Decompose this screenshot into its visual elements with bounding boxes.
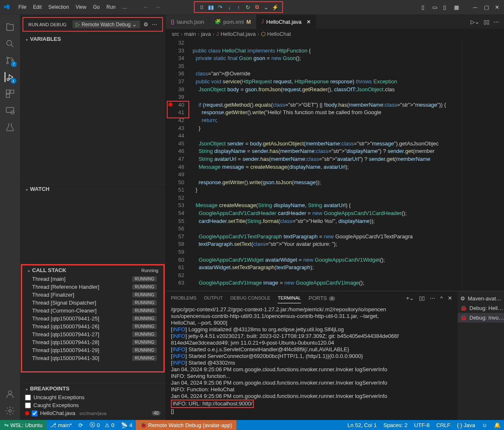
thread-row[interactable]: Thread [Common-Cleaner]RUNNING <box>22 307 163 315</box>
nav-forward-icon[interactable]: → <box>155 4 160 10</box>
tab-ports[interactable]: PORTS4 <box>308 292 335 304</box>
tab-output[interactable]: OUTPUT <box>204 293 223 303</box>
thread-row[interactable]: Thread [qtp1500079441-25]RUNNING <box>22 315 163 322</box>
sync-icon[interactable]: ⟳ <box>75 422 86 428</box>
tab-debug-console[interactable]: DEBUG CONSOLE <box>230 293 270 303</box>
bp-caught[interactable]: Caught Exceptions <box>20 401 165 409</box>
close-icon[interactable]: ✕ <box>495 4 501 10</box>
layout-grid-icon[interactable]: ▦ <box>454 4 460 10</box>
pause-icon[interactable]: ▮▮ <box>207 3 215 11</box>
split-terminal-icon[interactable]: ▯▯ <box>419 295 425 301</box>
menu-file[interactable]: File <box>15 2 30 12</box>
watch-section: ⌄WATCH <box>20 184 165 263</box>
minimize-icon[interactable]: ─ <box>473 4 479 10</box>
maximize-panel-icon[interactable]: ^ <box>440 295 443 301</box>
thread-row[interactable]: Thread [qtp1500079441-29]RUNNING <box>22 346 163 354</box>
ports-indicator[interactable]: 📡4 <box>118 422 135 428</box>
scm-icon[interactable]: 7 <box>5 55 15 65</box>
more-icon[interactable]: ⋯ <box>494 19 499 25</box>
feedback-icon[interactable]: ☺ <box>479 422 491 428</box>
terminal-list-item[interactable]: ⚙Maven-avat… <box>458 294 504 303</box>
checkbox[interactable] <box>25 395 31 400</box>
terminal-output[interactable]: /grpc/grpc-context/1.27.2/grpc-context-1… <box>166 305 457 420</box>
sidebar-title: RUN AND DEBUG <box>28 22 67 27</box>
more-icon[interactable]: ⋯ <box>430 295 435 301</box>
add-terminal-icon[interactable]: +⌄ <box>406 295 414 301</box>
account-icon[interactable] <box>5 389 15 399</box>
debug-config-selector[interactable]: ▷ Remote Watch Debug ⌄ <box>73 20 140 28</box>
breadcrumb[interactable]: src› main› java› JHelloChat.java› ⬡Hello… <box>166 29 504 38</box>
debug-icon[interactable]: 1 <box>5 72 15 82</box>
hot-replace-icon[interactable]: ⚡ <box>271 3 279 11</box>
step-over-icon[interactable]: ↷ <box>216 3 224 11</box>
eol[interactable]: CRLF <box>433 422 454 428</box>
restart-icon[interactable]: ↻ <box>244 3 251 11</box>
thread-row[interactable]: Thread [Signal Dispatcher]RUNNING <box>22 299 163 307</box>
language-mode[interactable]: { } Java <box>454 422 478 428</box>
menu-edit[interactable]: Edit <box>30 2 45 12</box>
search-icon[interactable] <box>5 39 15 49</box>
thread-row[interactable]: Thread [qtp1500079441-27]RUNNING <box>22 330 163 338</box>
layout-left-icon[interactable]: ▯ <box>421 4 427 10</box>
remote-explorer-icon[interactable] <box>5 105 15 115</box>
split-icon[interactable]: ▯▯ <box>484 19 489 25</box>
git-branch[interactable]: ⎇main* <box>47 422 75 428</box>
testing-icon[interactable] <box>5 122 15 132</box>
terminal-list-item[interactable]: 🐞Debug: Invo… <box>458 313 504 322</box>
tab-hellochat-java[interactable]: JHelloChat.java✕ <box>256 15 317 29</box>
remote-indicator[interactable]: ⇋ WSL: Ubuntu <box>0 420 47 430</box>
tab-problems[interactable]: PROBLEMS <box>171 293 196 303</box>
tab-launch-json[interactable]: {}launch.json <box>166 15 210 29</box>
maximize-icon[interactable]: ▢ <box>484 4 490 10</box>
debug-status[interactable]: 🐞 Remote Watch Debug (avatar-app) <box>136 420 236 430</box>
variables-header[interactable]: ⌄VARIABLES <box>20 34 165 44</box>
more-icon[interactable]: ⋯ <box>152 21 157 28</box>
breakpoints-header[interactable]: ⌄BREAKPOINTS <box>20 384 165 393</box>
drag-handle-icon[interactable]: ⁞⁞ <box>198 3 206 11</box>
nav-back-icon[interactable]: ← <box>143 4 149 10</box>
extensions-icon[interactable] <box>5 89 15 99</box>
terminal-list-item[interactable]: 🐞Debug: Hell… <box>458 303 504 313</box>
encoding[interactable]: UTF-8 <box>411 422 433 428</box>
menu-run[interactable]: Run <box>103 2 119 12</box>
menu-go[interactable]: Go <box>90 2 103 12</box>
breakpoint-dot-icon[interactable] <box>168 102 173 107</box>
indentation[interactable]: Spaces: 2 <box>380 422 411 428</box>
callstack-header[interactable]: ⌄CALL STACKRunning <box>22 265 163 275</box>
line-gutter[interactable]: 3233343536373839404142434445464748495051… <box>166 38 189 291</box>
minimap[interactable] <box>462 38 504 291</box>
thread-row[interactable]: Thread [Reference Handler]RUNNING <box>22 283 163 291</box>
step-out-icon[interactable]: ↑ <box>235 3 242 11</box>
menu-selection[interactable]: Selection <box>45 2 72 12</box>
step-into-icon[interactable]: ↓ <box>226 3 233 11</box>
menu-more[interactable]: … <box>119 2 130 12</box>
bell-icon[interactable]: 🔔 <box>491 422 504 428</box>
tab-terminal[interactable]: TERMINAL <box>278 293 301 303</box>
layout-bottom-icon[interactable]: ▭ <box>432 4 438 10</box>
menu-view[interactable]: View <box>72 2 90 12</box>
terminal-list: ⚙Maven-avat…🐞Debug: Hell…🐞Debug: Invo… <box>457 291 504 420</box>
close-panel-icon[interactable]: ✕ <box>448 295 452 301</box>
thread-row[interactable]: Thread [Finalizer]RUNNING <box>22 291 163 299</box>
checkbox[interactable] <box>32 410 38 416</box>
code-editor[interactable]: public class HelloChat implements HttpFu… <box>189 38 462 291</box>
thread-row[interactable]: Thread [qtp1500079441-30]RUNNING <box>22 354 163 362</box>
gear-icon[interactable]: ⚙ <box>143 21 148 28</box>
checkbox[interactable] <box>25 402 31 408</box>
settings-icon[interactable] <box>5 406 15 416</box>
tab-pom-xml[interactable]: 🧩pom.xmlM <box>210 15 256 29</box>
layout-right-icon[interactable]: ▯ <box>443 4 449 10</box>
explorer-icon[interactable] <box>5 22 15 32</box>
watch-header[interactable]: ⌄WATCH <box>20 184 165 194</box>
run-icon[interactable]: ▷⌄ <box>471 19 479 25</box>
bp-uncaught[interactable]: Uncaught Exceptions <box>20 393 165 401</box>
chevron-down-icon[interactable]: ⌄ <box>262 3 270 11</box>
thread-row[interactable]: Thread [qtp1500079441-28]RUNNING <box>22 338 163 346</box>
thread-row[interactable]: Thread [main]RUNNING <box>22 275 163 283</box>
bp-file[interactable]: HelloChat.javasrc/main/java40 <box>20 409 165 417</box>
thread-row[interactable]: Thread [qtp1500079441-26]RUNNING <box>22 322 163 330</box>
cursor-position[interactable]: Ln 52, Col 1 <box>344 422 380 428</box>
problems-indicator[interactable]: ⓧ0 ⚠0 <box>86 421 118 429</box>
disconnect-icon[interactable]: ⧉ <box>253 3 261 11</box>
close-icon[interactable]: ✕ <box>306 19 311 25</box>
